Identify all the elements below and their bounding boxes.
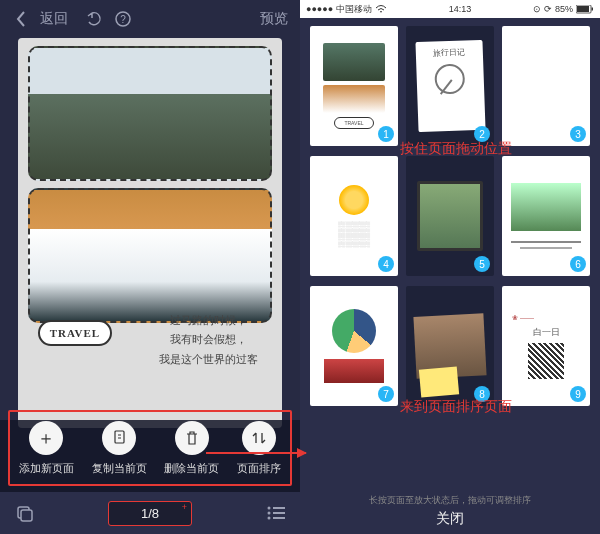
page-thumb[interactable]: ░░░░░░░░░░░░░░░░░░░░░░░░░░░░░░░░░░░░ 4 bbox=[310, 156, 398, 276]
svg-rect-8 bbox=[273, 512, 285, 514]
action-label: 页面排序 bbox=[237, 461, 281, 476]
close-button[interactable]: 关闭 bbox=[436, 510, 464, 528]
svg-rect-4 bbox=[21, 510, 32, 521]
caption-line: 我是这个世界的过客 bbox=[159, 350, 258, 370]
page-indicator-text: 1/8 bbox=[141, 506, 159, 521]
status-bar: ●●●●● 中国移动 14:13 ⊙ ⟳ 85% bbox=[300, 0, 600, 18]
clock-label: 14:13 bbox=[449, 4, 472, 14]
page-thumb[interactable]: 7 bbox=[310, 286, 398, 406]
svg-point-9 bbox=[267, 517, 270, 520]
page-number-badge: 1 bbox=[378, 126, 394, 142]
footer-hint: 长按页面至放大状态后，拖动可调整排序 bbox=[369, 494, 531, 507]
page-number-badge: 4 bbox=[378, 256, 394, 272]
carrier-label: 中国移动 bbox=[336, 3, 372, 16]
page-number-badge: 8 bbox=[474, 386, 490, 402]
page-indicator-pill[interactable]: 1/8 bbox=[108, 501, 192, 526]
help-icon[interactable]: ? bbox=[114, 10, 132, 28]
back-label[interactable]: 返回 bbox=[40, 10, 68, 28]
bottom-bar: 1/8 bbox=[0, 492, 300, 534]
page-number-badge: 2 bbox=[474, 126, 490, 142]
sort-icon bbox=[242, 421, 276, 455]
caption-line: 我有时会假想， bbox=[159, 330, 258, 350]
photo-frame-1[interactable] bbox=[28, 46, 272, 181]
list-icon[interactable] bbox=[266, 505, 286, 521]
page-thumb[interactable]: ❀ —— 白一日 9 bbox=[502, 286, 590, 406]
svg-text:?: ? bbox=[120, 14, 126, 25]
page-thumb[interactable]: 6 bbox=[502, 156, 590, 276]
svg-rect-2 bbox=[115, 431, 124, 443]
battery-label: 85% bbox=[555, 4, 573, 14]
page-number-badge: 7 bbox=[378, 386, 394, 402]
svg-rect-10 bbox=[273, 517, 285, 519]
travel-tag[interactable]: TRAVEL bbox=[38, 320, 112, 346]
page-thumb[interactable]: 8 bbox=[406, 286, 494, 406]
undo-icon[interactable] bbox=[86, 10, 104, 28]
add-page-button[interactable]: ＋ 添加新页面 bbox=[19, 421, 74, 476]
delete-page-button[interactable]: 删除当前页 bbox=[164, 421, 219, 476]
page-number-badge: 5 bbox=[474, 256, 490, 272]
page-number-badge: 3 bbox=[570, 126, 586, 142]
page-thumb[interactable]: TRAVEL 1 bbox=[310, 26, 398, 146]
sort-screen-footer: 长按页面至放大状态后，拖动可调整排序 关闭 bbox=[300, 494, 600, 534]
signal-icon: ●●●●● bbox=[306, 4, 333, 14]
page-number-badge: 6 bbox=[570, 256, 586, 272]
thumb-title: 白一日 bbox=[533, 326, 560, 339]
page-thumb[interactable]: 5 bbox=[406, 156, 494, 276]
editor-header: 返回 ? 预览 bbox=[0, 0, 300, 38]
page-grid[interactable]: TRAVEL 1 旅行日记 2 3 ░░░░░░░░░░░ bbox=[300, 18, 600, 494]
svg-rect-12 bbox=[577, 6, 589, 12]
action-label: 复制当前页 bbox=[92, 461, 147, 476]
plus-icon: ＋ bbox=[29, 421, 63, 455]
sort-pages-button[interactable]: 页面排序 bbox=[237, 421, 281, 476]
annotation-arrow bbox=[206, 452, 306, 454]
page-thumb[interactable]: 旅行日记 2 bbox=[406, 26, 494, 146]
caption-text[interactable]: 过马路的时候， 我有时会假想， 我是这个世界的过客 bbox=[159, 311, 258, 370]
battery-icon bbox=[576, 5, 594, 14]
caption-line: 过马路的时候， bbox=[159, 311, 258, 331]
page-number-badge: 9 bbox=[570, 386, 586, 402]
svg-point-7 bbox=[267, 512, 270, 515]
action-label: 添加新页面 bbox=[19, 461, 74, 476]
thumb-title: 旅行日记 bbox=[415, 40, 482, 59]
copy-icon bbox=[102, 421, 136, 455]
photo-frame-2[interactable] bbox=[28, 188, 272, 323]
svg-rect-13 bbox=[591, 7, 593, 10]
svg-rect-6 bbox=[273, 507, 285, 509]
trash-icon bbox=[175, 421, 209, 455]
action-label: 删除当前页 bbox=[164, 461, 219, 476]
back-chevron-icon[interactable] bbox=[12, 10, 30, 28]
sort-screen: ●●●●● 中国移动 14:13 ⊙ ⟳ 85% TRAVEL 1 旅行日记 bbox=[300, 0, 600, 534]
pages-stack-icon[interactable] bbox=[14, 503, 34, 523]
rotation-lock-icon: ⟳ bbox=[544, 4, 552, 14]
preview-label[interactable]: 预览 bbox=[260, 10, 288, 28]
svg-point-5 bbox=[267, 507, 270, 510]
action-bar-highlight: ＋ 添加新页面 复制当前页 删除当前页 页面排序 bbox=[8, 410, 292, 486]
copy-page-button[interactable]: 复制当前页 bbox=[92, 421, 147, 476]
page-canvas[interactable]: TRAVEL 过马路的时候， 我有时会假想， 我是这个世界的过客 bbox=[18, 38, 282, 428]
page-thumb[interactable]: 3 bbox=[502, 26, 590, 146]
wifi-icon bbox=[375, 5, 387, 14]
alarm-icon: ⊙ bbox=[533, 4, 541, 14]
